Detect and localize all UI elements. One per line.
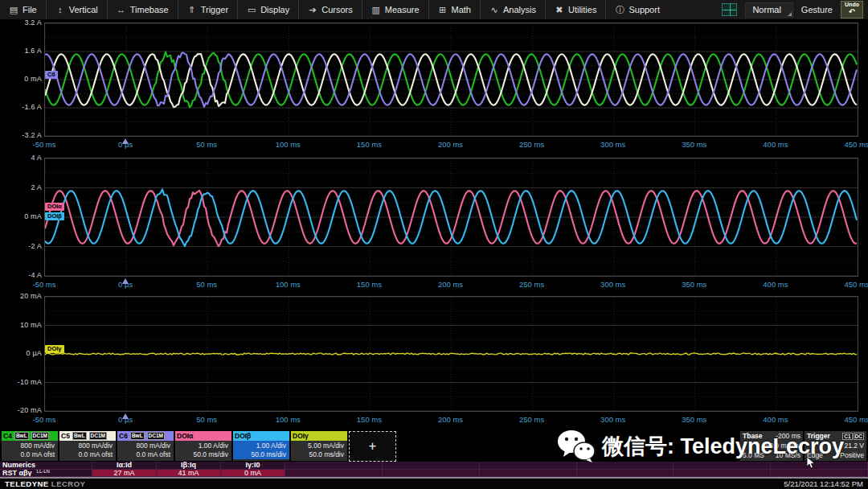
grid-1-time-axis: -50 ms0 µs50 ms100 ms150 ms200 ms250 ms3…: [0, 138, 868, 151]
zero-level-badge-DOIα[interactable]: DOIα: [45, 203, 64, 211]
descriptor-c6-name: C6: [119, 432, 128, 440]
descriptor-doi-alpha-name: DOIα: [177, 432, 193, 440]
numerics-empty-cell: [674, 470, 771, 478]
wechat-watermark: 微信号: TeledyneLecroy: [557, 429, 844, 463]
menu-display-label: Display: [260, 5, 289, 14]
descriptor-c6-scale: 800 mA/div: [117, 442, 170, 450]
menu-vertical-label: Vertical: [69, 5, 98, 14]
x-axis-label: 50 ms: [196, 140, 217, 149]
menu-file[interactable]: ▤File: [0, 0, 47, 19]
menu-bar: ▤File ↕Vertical ↔Timebase ⇑Trigger ▭Disp…: [0, 0, 868, 20]
descriptor-doi-alpha-time: 50.0 ms/div: [175, 450, 228, 459]
x-axis-label: 250 ms: [519, 280, 544, 289]
menu-measure[interactable]: ▥Measure: [362, 0, 429, 19]
corner-fold-icon: [788, 12, 792, 16]
descriptor-c6[interactable]: C6BwLDC1M 800 mA/div0.0 mA ofst: [117, 431, 174, 461]
menu-timebase[interactable]: ↔Timebase: [108, 0, 178, 19]
menu-trigger-label: Trigger: [201, 5, 228, 14]
descriptor-c4[interactable]: C4BwLDC1M 800 mA/div0.0 mA ofst: [2, 431, 58, 461]
bwl-badge: BwL: [72, 432, 87, 440]
menu-utilities[interactable]: ✖Utilities: [546, 0, 606, 19]
numerics-title: Numerics: [0, 462, 92, 470]
numerics-empty-cell: [285, 462, 383, 470]
measure-icon: ▥: [371, 5, 381, 15]
grid-3-plot[interactable]: [44, 296, 858, 412]
trigger-level: 21.2 V: [844, 441, 864, 450]
descriptor-c5[interactable]: C5BwLDC1M 800 mA/div0.0 mA ofst: [59, 431, 116, 461]
y-axis-label: -2 A: [2, 242, 42, 250]
waveform-canvas: [45, 23, 858, 136]
grid-mode-dropdown[interactable]: Normal: [745, 2, 792, 18]
datetime-display: 5/21/2021 12:14:52 PM: [784, 479, 863, 488]
y-axis-label: 3.2 A: [2, 18, 42, 27]
menu-math[interactable]: ⊞Math: [429, 0, 481, 19]
descriptor-c4-offset: 0.0 mA ofst: [2, 450, 55, 459]
descriptor-doi-beta-name: DOIβ: [235, 432, 251, 440]
trigger-position-icon[interactable]: [122, 413, 129, 419]
descriptor-c4-name: C4: [3, 432, 12, 440]
plus-icon: +: [369, 439, 376, 454]
undo-arrow-icon: ↶: [841, 8, 862, 15]
zero-level-badge-DOIγ[interactable]: DOIγ: [45, 345, 64, 353]
numerics-col1-header: Iα:Id: [92, 462, 157, 470]
menu-analysis-label: Analysis: [503, 5, 536, 14]
grid-1-plot[interactable]: [44, 23, 858, 137]
descriptor-doi-beta-scale: 1.00 A/div: [233, 442, 286, 450]
zero-level-badge-C6[interactable]: C6: [45, 71, 58, 79]
numerics-empty-cell: [577, 470, 674, 478]
coupling-badge: DC1M: [147, 432, 165, 440]
x-axis-label: 100 ms: [276, 140, 301, 149]
y-axis-label: 0 mA: [2, 212, 42, 220]
menu-analysis[interactable]: ∿Analysis: [481, 0, 546, 19]
grid-2-plot[interactable]: [44, 158, 858, 277]
menu-support-label: Support: [628, 5, 660, 14]
numerics-col2-header: Iβ:Iq: [157, 462, 221, 470]
waveform-canvas: [45, 158, 858, 276]
bwl-badge: BwL: [14, 432, 29, 440]
y-axis-label: -4 A: [2, 271, 42, 279]
grid-3-time-axis: -50 ms0 µs50 ms100 ms150 ms200 ms250 ms3…: [0, 413, 868, 426]
add-trace-button[interactable]: +: [349, 431, 396, 462]
y-axis-label: 2 A: [2, 183, 42, 191]
x-axis-label: 50 ms: [196, 415, 217, 424]
descriptor-doi-beta[interactable]: DOIβ 1.00 A/div50.0 ms/div: [233, 431, 289, 461]
y-axis-label: -10 mA: [2, 378, 42, 386]
trigger-icon: ⇑: [187, 5, 197, 15]
descriptor-doi-alpha-scale: 1.00 A/div: [175, 442, 228, 450]
x-axis-label: 250 ms: [519, 415, 544, 424]
numerics-empty-cell: [383, 462, 480, 470]
gesture-label[interactable]: Gesture: [801, 5, 833, 14]
descriptor-doi-gamma-name: DOIγ: [293, 432, 309, 440]
analysis-icon: ∿: [489, 5, 499, 15]
menu-math-label: Math: [452, 5, 471, 14]
cursors-icon: ➔: [308, 5, 317, 15]
numerics-col3-header: Iγ:I0: [221, 462, 285, 470]
x-axis-label: 300 ms: [600, 280, 625, 289]
undo-button[interactable]: Undo↶: [841, 1, 863, 18]
trigger-position-icon[interactable]: [122, 278, 129, 284]
menu-vertical[interactable]: ↕Vertical: [47, 0, 108, 19]
descriptor-doi-gamma[interactable]: DOIγ 5.00 mA/div50.0 ms/div: [291, 431, 347, 461]
y-axis-label: 4 A: [2, 154, 42, 162]
x-axis-label: 400 ms: [763, 140, 788, 149]
menu-display[interactable]: ▭Display: [238, 0, 299, 19]
menu-cursors[interactable]: ➔Cursors: [299, 0, 362, 19]
coupling-badge: DC1M: [89, 432, 107, 440]
zero-level-badge-DOIβ[interactable]: DOIβ: [45, 212, 64, 220]
y-axis-label: 0 mA: [2, 75, 42, 83]
menu-trigger[interactable]: ⇑Trigger: [178, 0, 238, 19]
y-axis-label: 20 mA: [2, 292, 42, 300]
descriptor-doi-alpha[interactable]: DOIα 1.00 A/div50.0 ms/div: [175, 431, 231, 461]
status-bar: TELEDYNE LECROY 5/21/2021 12:14:52 PM: [0, 479, 868, 489]
x-axis-label: 100 ms: [276, 415, 301, 424]
x-axis-label: 350 ms: [682, 140, 706, 149]
numerics-empty-cell: [383, 470, 480, 478]
x-axis-label: 250 ms: [519, 140, 544, 149]
numerics-col1-value: 27 mA: [92, 470, 157, 478]
grid-layout-icon[interactable]: [722, 3, 737, 16]
numerics-table: Numerics Iα:Id Iβ:Iq Iγ:I0 RST αβγLL-LN …: [0, 462, 868, 477]
bwl-badge: BwL: [130, 432, 145, 440]
trigger-position-icon[interactable]: [122, 138, 129, 144]
menu-support[interactable]: ⓘSupport: [606, 0, 669, 19]
descriptor-doi-gamma-scale: 5.00 mA/div: [291, 442, 344, 450]
